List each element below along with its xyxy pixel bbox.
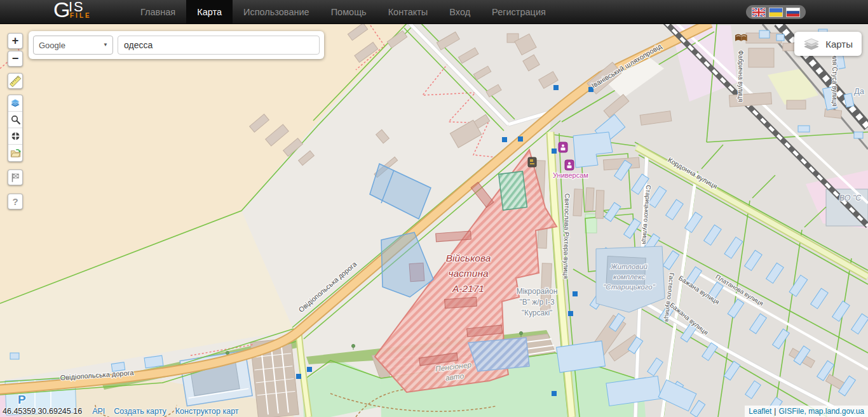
nav-item-help[interactable]: Помощь [320,0,377,23]
measure-tool-button[interactable] [8,73,23,89]
svg-text:"В" ж/р І-3: "В" ж/р І-3 [519,298,555,307]
nav-item-home[interactable]: Главная [130,0,186,23]
monument-icon [528,157,536,167]
vo-partial-label: ВО "С [839,194,862,202]
search-input[interactable] [118,36,320,55]
create-map-link[interactable]: Создать карту [114,407,166,416]
leaflet-link[interactable]: Leaflet [749,407,771,416]
map-constructor-link[interactable]: Конструктор карт [175,407,239,416]
map-tools-group [8,95,23,162]
top-navbar: G IS FILE Главная Карта Использование По… [0,0,868,24]
open-file-tool-button[interactable] [8,145,22,161]
map-attribution: Leaflet|GISFile, map.land.gov.ua [745,406,868,417]
search-panel: Google [29,31,324,59]
layers-icon [10,98,21,109]
api-link[interactable]: API [92,407,105,416]
svg-text:Мікрорайон: Мікрорайон [517,287,558,296]
coordinates-readout: 46.45359 30.69245 16 [3,407,82,416]
svg-text:комплекс: комплекс [613,273,645,281]
help-button[interactable]: ? [8,194,23,209]
nav-item-usage[interactable]: Использование [233,0,320,23]
map-render: Овідіопольська дорога Овідіопольська дор… [0,24,868,417]
search-tool-button[interactable] [8,112,22,128]
search-provider-select[interactable]: Google [33,36,113,55]
flag-uk-icon[interactable] [770,8,782,17]
locate-tool-button[interactable] [8,128,22,145]
blue-hatched-area [468,338,529,371]
svg-text:Житловий: Житловий [610,263,648,270]
layers-tool-button[interactable] [8,95,22,112]
zoom-out-button[interactable]: − [8,51,23,67]
map-canvas[interactable]: Овідіопольська дорога Овідіопольська дор… [0,24,868,417]
main-menu: Главная Карта Использование Помощь Конта… [130,0,557,23]
gisfile-logo[interactable]: G IS FILE [53,0,123,23]
svg-text:частина: частина [448,268,488,279]
nav-item-contacts[interactable]: Контакты [377,0,439,23]
nav-item-register[interactable]: Регистрация [481,0,557,23]
language-switcher [746,5,806,19]
shop-icon [559,142,567,152]
maps-layers-button[interactable]: Карты [794,32,862,56]
da-partial-label: Да [854,86,865,96]
maps-button-label: Карты [825,39,853,50]
green-hatched-area [499,171,527,210]
statusbar: 46.45359 30.69245 16 API Создать карту К… [3,407,248,416]
open-folder-icon [10,147,22,159]
flag-en-icon[interactable] [752,8,765,17]
attribution-separator: | [774,407,776,416]
nav-item-login[interactable]: Вход [438,0,481,23]
search-provider-wrap: Google [33,36,113,55]
svg-text:А-2171: А-2171 [452,283,484,294]
map-layers-icon [803,37,820,51]
street-label-fabrychna: Фабрична вулиця [737,50,744,102]
universam-label: Универсам [553,171,588,179]
zoom-in-button[interactable]: + [8,33,23,49]
finish-flag-tool-button[interactable] [8,169,23,185]
gisfile-app: Овідіопольська дорога Овідіопольська дор… [0,0,868,417]
logo-file-text: FILE [70,12,92,19]
flag-ru-icon[interactable] [787,8,799,17]
svg-text:Військова: Військова [446,253,491,263]
parking-label: P [18,393,26,406]
credits-link[interactable]: GISFile, map.land.gov.ua [778,407,864,416]
search-icon [10,114,21,125]
svg-text:"Курсакі": "Курсакі" [522,308,553,317]
street-label-rihtera: Святослава Ріхтера вулиця [562,194,571,279]
target-icon [10,131,21,142]
mikroraion-label: Мікрорайон "В" ж/р І-3 "Курсакі" [517,287,558,317]
shop-icon [565,160,574,170]
ruler-icon [8,74,22,88]
svg-text:"Старицького": "Старицького" [603,283,655,291]
checkered-flag-icon [10,172,21,183]
nav-item-map[interactable]: Карта [186,0,233,23]
